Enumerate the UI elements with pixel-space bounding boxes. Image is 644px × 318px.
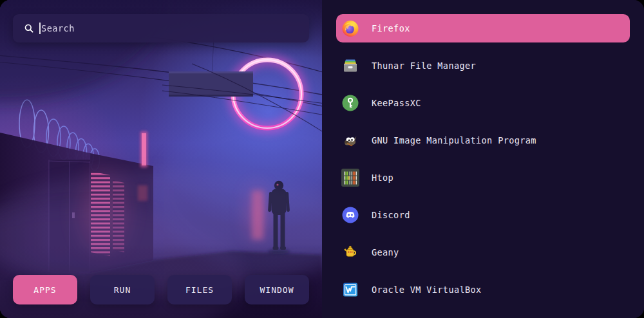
mode-switcher: APPS RUN FILES WINDOW (13, 275, 309, 304)
mode-tab-window[interactable]: WINDOW (245, 275, 309, 304)
list-item-keepassxc[interactable]: KeePassXC (336, 89, 630, 117)
app-label: Firefox (372, 23, 410, 33)
app-label: Htop (372, 173, 393, 183)
app-label: Discord (372, 210, 410, 220)
mode-tab-run[interactable]: RUN (90, 275, 155, 304)
thunar-icon (341, 57, 359, 75)
search-input[interactable] (34, 14, 322, 42)
geany-icon (341, 243, 359, 261)
list-item-firefox[interactable]: Firefox (336, 14, 630, 42)
wallpaper-panel: APPS RUN FILES WINDOW (0, 0, 322, 318)
keepassxc-icon (341, 94, 359, 112)
firefox-icon (341, 19, 359, 37)
search-icon (24, 23, 34, 33)
text-caret (39, 23, 41, 34)
mode-tab-apps[interactable]: APPS (13, 275, 77, 304)
discord-icon (341, 206, 359, 224)
list-item-geany[interactable]: Geany (336, 238, 630, 267)
gimp-icon (341, 131, 359, 149)
list-item-gimp[interactable]: GNU Image Manipulation Program (336, 126, 630, 154)
list-item-thunar[interactable]: Thunar File Manager (336, 51, 630, 80)
search-bar (13, 14, 309, 42)
app-label: KeePassXC (372, 98, 421, 108)
list-item-virtualbox[interactable]: Oracle VM VirtualBox (336, 276, 630, 304)
app-label: Thunar File Manager (372, 61, 476, 71)
app-label: Geany (372, 247, 399, 257)
app-label: GNU Image Manipulation Program (372, 135, 536, 145)
htop-icon (341, 169, 359, 187)
list-item-htop[interactable]: Htop (336, 164, 630, 192)
app-label: Oracle VM VirtualBox (372, 285, 482, 295)
virtualbox-icon (341, 281, 359, 299)
mode-tab-files[interactable]: FILES (167, 275, 232, 304)
app-list: Firefox Thunar File Manager KeePassXC (322, 0, 644, 318)
launcher-window: APPS RUN FILES WINDOW Fire (0, 0, 644, 318)
neon-city-wallpaper (0, 0, 322, 318)
list-item-discord[interactable]: Discord (336, 201, 630, 229)
